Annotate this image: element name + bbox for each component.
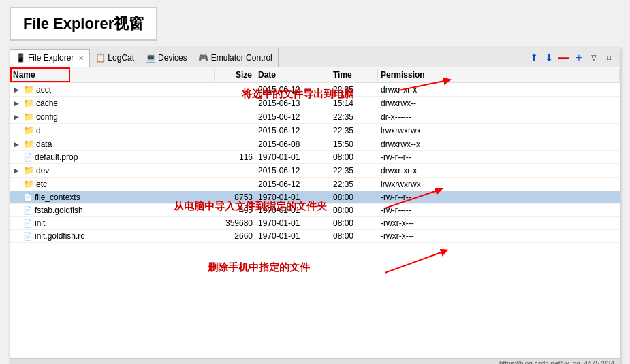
file-name-cell: 📄 file_contexts [10, 191, 215, 203]
minimize-button[interactable]: ▽ [587, 51, 601, 65]
tab-logcat[interactable]: 📋 LogCat [90, 48, 140, 67]
folder-icon: 📁 [23, 179, 34, 189]
file-date-cell: 2015-06-12 [255, 178, 330, 191]
file-time-cell: 22:35 [330, 164, 378, 177]
file-size-cell [215, 124, 255, 137]
col-headers: Name Size Date Time Permission [10, 67, 620, 83]
file-size-cell: 495 [215, 204, 255, 216]
file-perm-cell: drwxrwx-- [378, 97, 620, 110]
url-text: https://blog.csdn.net/vv_qq_44757034 [499, 360, 614, 364]
folder-icon: 📁 [23, 139, 34, 149]
file-name: etc [36, 180, 47, 189]
col-date-header: Date [255, 69, 330, 81]
file-name-cell: ▶ 📁 config [10, 110, 215, 123]
file-date-cell: 2015-06-12 [255, 164, 330, 177]
file-time-cell: 08:00 [330, 151, 378, 163]
expand-arrow: ▶ [14, 86, 21, 93]
file-size-cell [215, 97, 255, 110]
expand-arrow: ▶ [14, 141, 21, 148]
file-date-cell: 1970-01-01 [255, 230, 330, 242]
folder-icon: 📁 [23, 98, 34, 108]
file-size-cell: 359680 [215, 217, 255, 229]
table-row[interactable]: ▶ 📁 acct 2015-06-12 22:35 drwxr-xr-x [10, 83, 620, 97]
file-time-cell: 22:35 [330, 124, 378, 137]
export-button[interactable]: ⬆ [527, 51, 541, 65]
file-name: d [36, 126, 41, 135]
file-date-cell: 2015-06-13 [255, 97, 330, 110]
file-icon: 📄 [23, 232, 33, 241]
folder-icon: 📁 [23, 125, 34, 135]
table-row[interactable]: ▶ 📁 cache 2015-06-13 15:14 drwxrwx-- [10, 97, 620, 110]
tab-emulator-label: Emulator Control [211, 53, 272, 63]
expand-arrow: ▶ [14, 100, 21, 107]
tab-devices-label: Devices [158, 53, 187, 63]
tab-file-explorer-icon: 📱 [16, 53, 25, 63]
folder-icon: 📁 [23, 165, 34, 176]
file-name: init.goldfish.rc [35, 231, 84, 241]
tab-devices[interactable]: 💻 Devices [140, 48, 193, 67]
file-perm-cell: -rw-r----- [378, 204, 620, 216]
col-permission-header: Permission [378, 69, 620, 81]
tab-emulator-control[interactable]: 🎮 Emulator Control [193, 48, 279, 67]
table-row[interactable]: 📄 init.goldfish.rc 2660 1970-01-01 08:00… [10, 230, 620, 243]
table-row[interactable]: ▶ 📁 dev 2015-06-12 22:35 drwxr-xr-x [10, 164, 620, 178]
table-row[interactable]: 📄 init 359680 1970-01-01 08:00 -rwxr-x--… [10, 217, 620, 230]
file-time-cell: 08:00 [330, 204, 378, 216]
tab-emulator-icon: 🎮 [199, 53, 208, 63]
tab-logcat-icon: 📋 [95, 53, 105, 63]
file-size-cell: 2660 [215, 230, 255, 242]
table-row[interactable]: 📄 file_contexts 8753 1970-01-01 08:00 -r… [10, 191, 620, 204]
expand-arrow: ▶ [14, 114, 21, 120]
file-icon: 📄 [23, 193, 33, 202]
table-row[interactable]: 📄 fstab.goldfish 495 1970-01-01 08:00 -r… [10, 204, 620, 217]
file-name: file_contexts [35, 193, 80, 202]
file-time-cell: 15:14 [330, 97, 378, 110]
col-time-header: Time [330, 69, 378, 81]
file-icon: 📄 [23, 153, 33, 162]
table-row[interactable]: 📄 default.prop 116 1970-01-01 08:00 -rw-… [10, 151, 620, 164]
table-row[interactable]: ▶ 📁 config 2015-06-12 22:35 dr-x------ [10, 110, 620, 124]
tab-file-explorer[interactable]: 📱 File Explorer ✕ [10, 49, 90, 67]
file-time-cell: 08:00 [330, 230, 378, 242]
tab-file-explorer-label: File Explorer [28, 53, 74, 63]
file-date-cell: 2015-06-12 [255, 83, 330, 96]
table-row[interactable]: 📁 d 2015-06-12 22:35 lrwxrwxrwx [10, 124, 620, 137]
file-date-cell: 1970-01-01 [255, 191, 330, 203]
file-perm-cell: -rw-r--r-- [378, 191, 620, 203]
file-name-cell: 📁 d [10, 124, 215, 137]
tab-file-explorer-close[interactable]: ✕ [78, 54, 84, 62]
restore-button[interactable]: □ [602, 51, 616, 65]
file-time-cell: 08:00 [330, 191, 378, 203]
file-name-cell: ▶ 📁 cache [10, 97, 215, 110]
file-name-cell: 📄 default.prop [10, 151, 215, 163]
url-bar: https://blog.csdn.net/vv_qq_44757034 [10, 358, 620, 364]
file-name-cell: 📄 fstab.goldfish [10, 204, 215, 216]
title-text: File Explorer视窗 [23, 15, 144, 32]
file-date-cell: 1970-01-01 [255, 204, 330, 216]
expand-arrow: ▶ [14, 167, 21, 174]
file-perm-cell: -rwxr-x--- [378, 230, 620, 242]
table-row[interactable]: 📁 etc 2015-06-12 22:35 lrwxrwxrwx [10, 178, 620, 191]
file-name: fstab.goldfish [35, 205, 83, 215]
file-time-cell: 15:50 [330, 137, 378, 150]
title-banner: File Explorer视窗 [10, 7, 157, 41]
file-date-cell: 1970-01-01 [255, 151, 330, 163]
file-perm-cell: -rw-r--r-- [378, 151, 620, 163]
file-icon: 📄 [23, 219, 33, 228]
file-name-cell: 📁 etc [10, 178, 215, 191]
table-row[interactable]: ▶ 📁 data 2015-06-08 15:50 drwxrwx--x [10, 137, 620, 151]
tab-toolbar: ⬆ ⬇ — + ▽ □ [527, 51, 620, 65]
file-name-cell: ▶ 📁 acct [10, 83, 215, 96]
file-date-cell: 1970-01-01 [255, 217, 330, 229]
file-date-cell: 2015-06-08 [255, 137, 330, 150]
delete-button[interactable]: — [557, 51, 571, 65]
new-button[interactable]: + [572, 51, 586, 65]
file-size-cell: 8753 [215, 191, 255, 203]
file-size-cell: 116 [215, 151, 255, 163]
file-name: acct [36, 85, 51, 95]
file-size-cell [215, 110, 255, 123]
col-size-header: Size [215, 69, 255, 81]
file-perm-cell: -rwxr-x--- [378, 217, 620, 229]
import-button[interactable]: ⬇ [542, 51, 556, 65]
tab-devices-icon: 💻 [146, 53, 155, 63]
